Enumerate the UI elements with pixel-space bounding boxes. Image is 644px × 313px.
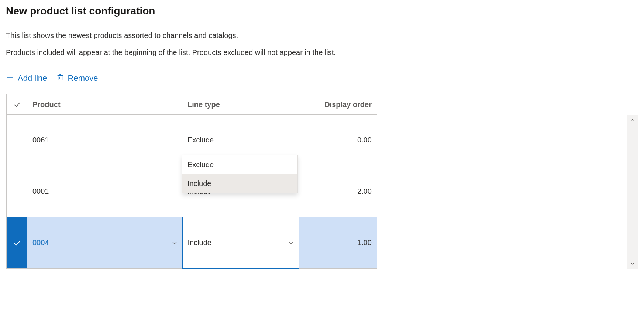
scroll-down-button[interactable] [627,258,638,269]
line-type-dropdown: Exclude Include [182,155,298,193]
line-type-cell-active[interactable]: Include [182,217,299,268]
product-value: 0004 [32,238,49,247]
plus-icon [6,73,14,83]
product-cell[interactable]: 0001 [27,166,182,217]
scroll-up-button[interactable] [627,115,638,125]
row-select-cell[interactable] [7,166,27,217]
column-header-display-order[interactable]: Display order [299,94,377,115]
page-title: New product list configuration [6,5,638,17]
row-select-cell[interactable] [7,115,27,166]
check-icon [7,238,27,247]
column-header-line-type[interactable]: Line type [182,94,299,115]
add-line-button[interactable]: Add line [6,73,47,83]
row-select-cell[interactable] [7,217,27,268]
remove-button[interactable]: Remove [56,73,98,83]
chevron-down-icon[interactable] [287,239,295,247]
product-cell[interactable]: 0004 [27,217,182,268]
dropdown-option-exclude[interactable]: Exclude [182,155,297,174]
add-line-label: Add line [18,73,47,83]
display-order-cell[interactable]: 0.00 [299,115,377,166]
svg-rect-2 [58,75,62,80]
column-header-product[interactable]: Product [27,94,182,115]
grid-empty-area [377,94,638,269]
trash-icon [56,73,64,83]
display-order-cell[interactable]: 1.00 [299,217,377,268]
table-row-selected[interactable]: 0004 Include 1.00 [7,217,377,268]
dropdown-option-include[interactable]: Include [182,174,297,193]
grid-toolbar: Add line Remove [6,73,638,83]
display-order-cell[interactable]: 2.00 [299,166,377,217]
description-line-1: This list shows the newest products asso… [6,30,638,41]
remove-label: Remove [68,73,98,83]
vertical-scrollbar[interactable] [627,115,638,269]
grid-header-row: Product Line type Display order [7,94,377,115]
chevron-down-icon[interactable] [171,239,178,247]
check-icon [7,100,27,109]
product-cell[interactable]: 0061 [27,115,182,166]
select-all-header[interactable] [7,94,27,115]
description-line-2: Products included will appear at the beg… [6,47,638,58]
line-type-value: Include [188,238,212,247]
product-grid: Product Line type Display order 0061 Exc… [6,94,638,269]
